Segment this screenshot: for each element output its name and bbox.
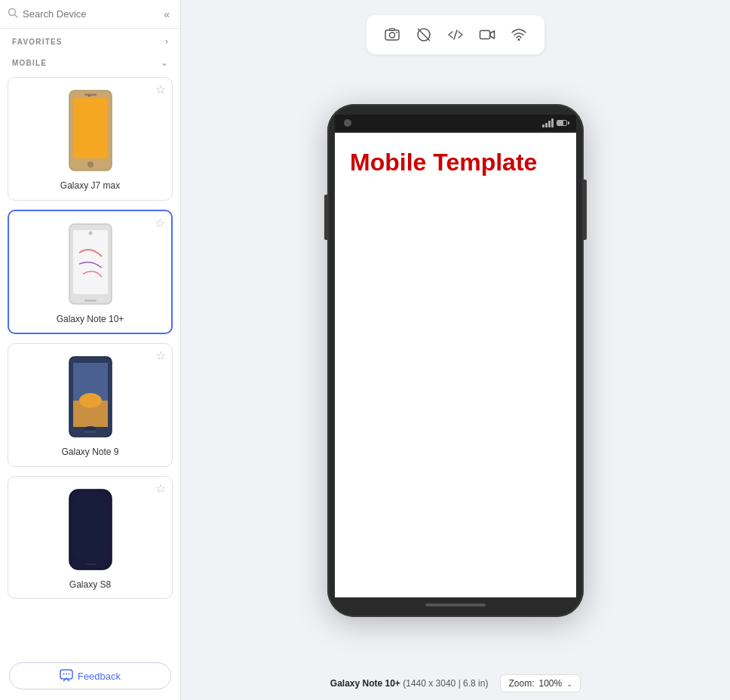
feedback-label: Feedback [78, 671, 121, 682]
device-frame-area: Mobile Template [181, 54, 730, 667]
device-card-galaxy-s8[interactable]: ☆ Galaxy S8 [8, 476, 173, 600]
svg-point-9 [88, 231, 92, 235]
favorite-star-galaxy-s8[interactable]: ☆ [155, 483, 166, 495]
phone-status-bar [335, 115, 576, 131]
svg-rect-10 [84, 299, 97, 302]
svg-point-5 [87, 161, 94, 167]
favorites-section: FAVORITES › [0, 29, 180, 50]
svg-rect-21 [84, 563, 97, 565]
svg-rect-3 [73, 98, 108, 158]
mobile-section: MOBILE ⌄ [0, 50, 180, 71]
phone-volume-button [324, 195, 327, 240]
device-image-galaxy-note-9 [64, 352, 117, 442]
zoom-control[interactable]: Zoom: 100% ⌄ [500, 674, 581, 692]
zoom-value: 100% [538, 678, 562, 689]
code-button[interactable] [442, 21, 469, 48]
device-list: ☆ Galaxy J7 max ☆ [0, 71, 180, 655]
zoom-label: Zoom: [508, 678, 534, 689]
svg-point-17 [84, 426, 97, 431]
signal-strength-icon [542, 118, 554, 127]
svg-line-32 [454, 30, 457, 39]
zoom-chevron-icon: ⌄ [566, 680, 572, 688]
device-toolbar [367, 15, 544, 54]
svg-rect-6 [87, 95, 91, 97]
active-device-name: Galaxy Note 10+ [330, 678, 400, 689]
device-image-galaxy-s8 [64, 484, 117, 575]
device-card-galaxy-note-9[interactable]: ☆ Galaxy Note 9 [8, 343, 173, 467]
phone-power-button [584, 180, 587, 240]
battery-icon [557, 120, 567, 126]
svg-point-23 [63, 674, 64, 675]
search-icon [8, 8, 18, 20]
favorite-star-galaxy-note-10-plus[interactable]: ☆ [155, 217, 165, 229]
svg-rect-16 [84, 431, 97, 433]
sidebar: « FAVORITES › MOBILE ⌄ ☆ [0, 0, 181, 700]
main-content: Mobile Template Galaxy Note 10+ (1440 x … [181, 0, 730, 700]
status-bar-bottom: Galaxy Note 10+ (1440 x 3040 | 6.8 in) Z… [315, 667, 596, 700]
search-bar: « [0, 0, 180, 29]
favorites-section-header[interactable]: FAVORITES › [12, 36, 168, 47]
svg-point-29 [396, 32, 397, 33]
device-card-galaxy-j7-max[interactable]: ☆ Galaxy J7 max [8, 77, 173, 201]
svg-point-15 [79, 393, 102, 408]
phone-time-indicator [344, 119, 351, 127]
search-input[interactable] [23, 8, 161, 20]
favorites-section-title: FAVORITES [12, 38, 63, 46]
favorite-star-galaxy-j7-max[interactable]: ☆ [155, 84, 166, 96]
device-name-galaxy-s8: Galaxy S8 [69, 579, 111, 591]
svg-rect-28 [390, 29, 395, 31]
svg-point-27 [390, 32, 395, 38]
phone-screen: Mobile Template [335, 133, 576, 597]
device-name-galaxy-j7-max: Galaxy J7 max [60, 180, 120, 192]
phone-home-bar [425, 603, 486, 606]
template-text: Mobile Template [350, 148, 537, 177]
svg-rect-33 [480, 31, 490, 39]
favorite-star-galaxy-note-9[interactable]: ☆ [155, 350, 166, 362]
svg-line-1 [15, 15, 18, 18]
svg-point-34 [518, 38, 520, 41]
feedback-button[interactable]: Feedback [9, 662, 171, 689]
collapse-sidebar-button[interactable]: « [161, 7, 173, 22]
svg-point-24 [66, 674, 67, 675]
favorites-chevron-icon: › [165, 36, 168, 47]
phone-status-icons [542, 118, 567, 127]
svg-rect-20 [73, 496, 108, 560]
device-image-galaxy-note-10-plus [64, 219, 117, 309]
device-card-galaxy-note-10-plus[interactable]: ☆ Galaxy Note 10+ [8, 210, 173, 335]
device-name-galaxy-note-10-plus: Galaxy Note 10+ [57, 314, 124, 326]
mobile-chevron-icon: ⌄ [161, 57, 168, 68]
rotate-button[interactable] [410, 21, 437, 48]
device-image-galaxy-j7-max [64, 85, 117, 176]
device-name-galaxy-note-9: Galaxy Note 9 [61, 447, 118, 459]
mobile-section-header[interactable]: MOBILE ⌄ [12, 57, 168, 68]
record-button[interactable] [474, 21, 501, 48]
network-button[interactable] [505, 21, 532, 48]
screenshot-button[interactable] [379, 21, 406, 48]
svg-point-25 [68, 674, 69, 675]
phone-frame: Mobile Template [327, 104, 584, 617]
svg-rect-26 [385, 30, 399, 40]
mobile-section-title: MOBILE [12, 59, 47, 67]
device-info: Galaxy Note 10+ (1440 x 3040 | 6.8 in) [330, 678, 489, 689]
